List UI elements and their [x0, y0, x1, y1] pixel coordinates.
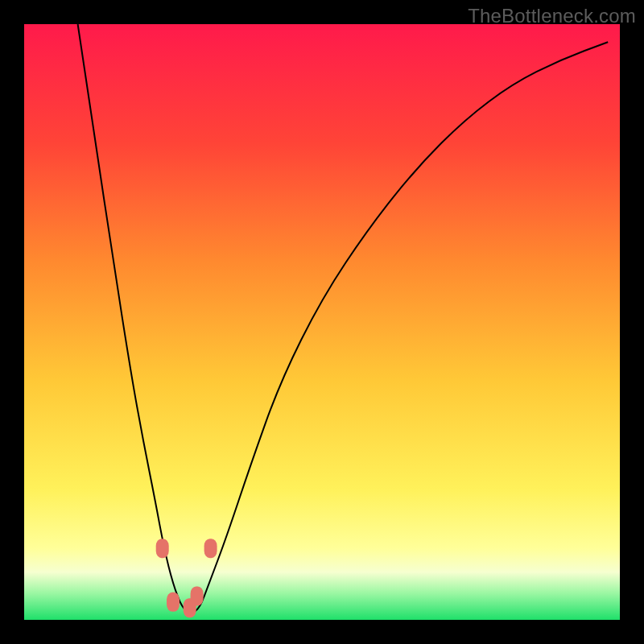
- bottleneck-chart: [24, 24, 620, 620]
- chart-background: [24, 24, 620, 620]
- chart-frame: [24, 24, 620, 620]
- marker-dot: [191, 586, 204, 605]
- watermark-text: TheBottleneck.com: [468, 5, 636, 27]
- marker-dot: [204, 539, 217, 558]
- marker-dot: [167, 592, 180, 612]
- marker-dot: [156, 539, 169, 558]
